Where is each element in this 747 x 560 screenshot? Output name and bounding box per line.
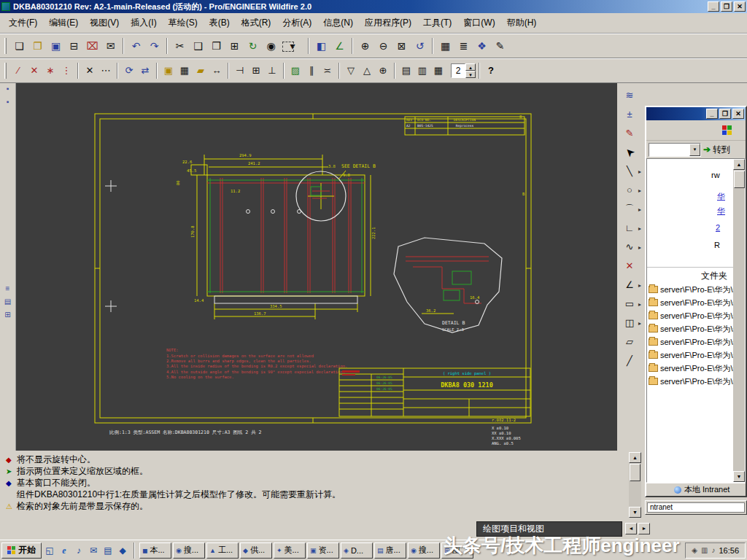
open-button[interactable]: ❐: [28, 37, 47, 55]
tray-icon[interactable]: ◈: [692, 546, 697, 554]
menu-window[interactable]: 窗口(W): [457, 15, 500, 31]
spinner-down-icon[interactable]: ▾: [465, 71, 476, 78]
cell-grid-button[interactable]: ⊞: [248, 63, 264, 79]
copy-button[interactable]: ❑: [189, 37, 207, 55]
browser-maximize-button[interactable]: ❐: [719, 109, 731, 119]
message-scrollbar[interactable]: ▲ ▼: [629, 452, 641, 518]
nav-sash-button[interactable]: ≡: [1, 284, 15, 296]
lock-view-button[interactable]: ▣: [160, 63, 177, 79]
taskbar-window-button[interactable]: ▤唐...: [374, 542, 406, 559]
menu-table[interactable]: 表(B): [204, 15, 236, 31]
scroll-left-button[interactable]: ◄: [625, 523, 637, 534]
point-tool-button[interactable]: ✕: [622, 258, 638, 274]
table-b-button[interactable]: ▥: [414, 63, 430, 79]
combo-dropdown-icon[interactable]: ▼: [689, 144, 700, 156]
menu-view[interactable]: 视图(V): [84, 15, 125, 31]
flyout-arrow-icon[interactable]: ▸: [638, 225, 641, 232]
arc-tool-button[interactable]: ⌒: [622, 201, 638, 217]
flyout-arrow-icon[interactable]: ▸: [638, 244, 641, 251]
close-button[interactable]: ✕: [734, 1, 746, 12]
select-items-button[interactable]: ➤: [622, 144, 638, 160]
datum-target-button[interactable]: ⊕: [375, 63, 391, 79]
menu-info[interactable]: 信息(N): [317, 15, 359, 31]
construction-line-tool-button[interactable]: ╱: [622, 353, 638, 369]
taskbar-window-button[interactable]: ◈D...: [341, 542, 373, 559]
dock-icon-b[interactable]: ▪: [1, 98, 15, 109]
taskbar-window-button[interactable]: ◆供...: [240, 542, 272, 559]
menu-edit[interactable]: 编辑(E): [43, 15, 84, 31]
folder-tree-item[interactable]: server\F\Pro-E\华为\华为: [649, 349, 733, 362]
quicklaunch-media-player[interactable]: ♪: [72, 544, 85, 557]
menu-applications[interactable]: 应用程序(P): [359, 15, 417, 31]
zoom-fit-button[interactable]: ⊠: [392, 37, 411, 55]
tray-icon[interactable]: ♪: [711, 546, 715, 554]
full-span-button[interactable]: ↔: [209, 63, 225, 79]
taskbar-window-button[interactable]: ◼本...: [139, 542, 171, 559]
datum-toggle-button[interactable]: ±: [622, 106, 638, 122]
folder-tree-item[interactable]: server\F\Pro-E\华为\华为: [649, 322, 733, 335]
content-link[interactable]: 华: [717, 191, 725, 202]
go-button[interactable]: 转到: [713, 144, 730, 156]
erase-display-button[interactable]: ⌧: [83, 37, 101, 55]
menu-file[interactable]: 文件(F): [3, 15, 43, 31]
menu-insert[interactable]: 插入(I): [125, 15, 162, 31]
scroll-up-button[interactable]: ▲: [629, 452, 641, 463]
draft-cross-button[interactable]: ∗: [42, 63, 58, 79]
baseline-button[interactable]: ⊥: [264, 63, 280, 79]
draft-line-button[interactable]: ∕: [10, 63, 26, 79]
scroll-down-button[interactable]: ▼: [629, 507, 641, 518]
taskbar-window-button[interactable]: ▲工...: [206, 542, 239, 559]
circle-tool-button[interactable]: ○: [622, 182, 638, 198]
menu-sketch[interactable]: 草绘(S): [163, 15, 204, 31]
browser-scrollbar[interactable]: ▲ ▼: [733, 159, 745, 482]
folder-tree-item[interactable]: server\F\Pro-E\华为\华为: [649, 362, 733, 375]
quicklaunch-show-desktop[interactable]: ◱: [43, 544, 56, 557]
swap-sheet-button[interactable]: ⇄: [137, 63, 153, 79]
graphics-area[interactable]: 8 B REV ECO NO. DESCRIPTION A2 B05-1425 …: [16, 83, 617, 451]
highlight-button[interactable]: ▰: [193, 63, 209, 79]
maximize-button[interactable]: ❐: [721, 1, 732, 12]
folder-tree-item[interactable]: server\F\Pro-E\华为\华为: [649, 309, 733, 322]
undo-button[interactable]: ↶: [127, 37, 145, 55]
offset-tool-button[interactable]: ◫: [622, 315, 638, 331]
drawing-items-panel-title[interactable]: 绘图项目和视图: [476, 521, 622, 537]
folder-tree-item[interactable]: server\F\Pro-E\华为\华为: [649, 335, 733, 349]
folder-tree-item[interactable]: server\F\Pro-E\华为\华为: [649, 375, 733, 388]
start-button[interactable]: 开始: [1, 542, 42, 559]
table-a-button[interactable]: ▤: [398, 63, 414, 79]
dock-icon-a[interactable]: ▪: [1, 85, 15, 96]
taskbar-window-button[interactable]: ▣资...: [307, 542, 339, 559]
menu-format[interactable]: 格式(R): [236, 15, 277, 31]
corner-tool-button[interactable]: ∟: [622, 220, 638, 236]
address-value[interactable]: [649, 144, 689, 156]
minimize-button[interactable]: _: [708, 1, 719, 12]
menu-help[interactable]: 帮助(H): [501, 15, 543, 31]
update-sheet-button[interactable]: ⟳: [121, 63, 137, 79]
zoom-in-button[interactable]: ⊕: [356, 37, 374, 55]
spline-tool-button[interactable]: ∿: [622, 239, 638, 255]
sheet-number-value[interactable]: 2: [451, 63, 465, 78]
context-help-button[interactable]: ?: [483, 63, 499, 79]
content-link[interactable]: 2: [716, 223, 720, 232]
mail-button[interactable]: ✉: [101, 37, 120, 55]
rect-tool-button[interactable]: ▭: [622, 296, 638, 312]
model-tree-button[interactable]: ❖: [473, 37, 491, 55]
repaint-button[interactable]: ↺: [411, 37, 429, 55]
print-button[interactable]: ⊟: [65, 37, 83, 55]
scroll-thumb[interactable]: [630, 464, 640, 481]
taskbar-window-button[interactable]: ✦美...: [274, 542, 306, 559]
quicklaunch-proe[interactable]: ◆: [116, 544, 129, 557]
draft-array-button[interactable]: ⋮: [58, 63, 74, 79]
view-manager-button[interactable]: ▦: [436, 37, 454, 55]
selection-filter-dropdown[interactable]: ▾: [280, 37, 305, 55]
flyout-arrow-icon[interactable]: ▸: [638, 206, 641, 213]
folder-tree-item[interactable]: server\F\Pro-E\华为\华为: [649, 296, 733, 309]
regenerate-button[interactable]: ↻: [244, 37, 262, 55]
content-link[interactable]: 华: [717, 206, 725, 217]
cut-button[interactable]: ✂: [171, 37, 189, 55]
browser-close-button[interactable]: ✕: [732, 109, 744, 119]
scroll-down-button[interactable]: ▼: [733, 471, 745, 482]
taskbar-window-button[interactable]: ⊞图...: [441, 542, 473, 559]
delete-item-button[interactable]: ✕: [82, 63, 98, 79]
flyout-arrow-icon[interactable]: ▸: [638, 320, 641, 327]
